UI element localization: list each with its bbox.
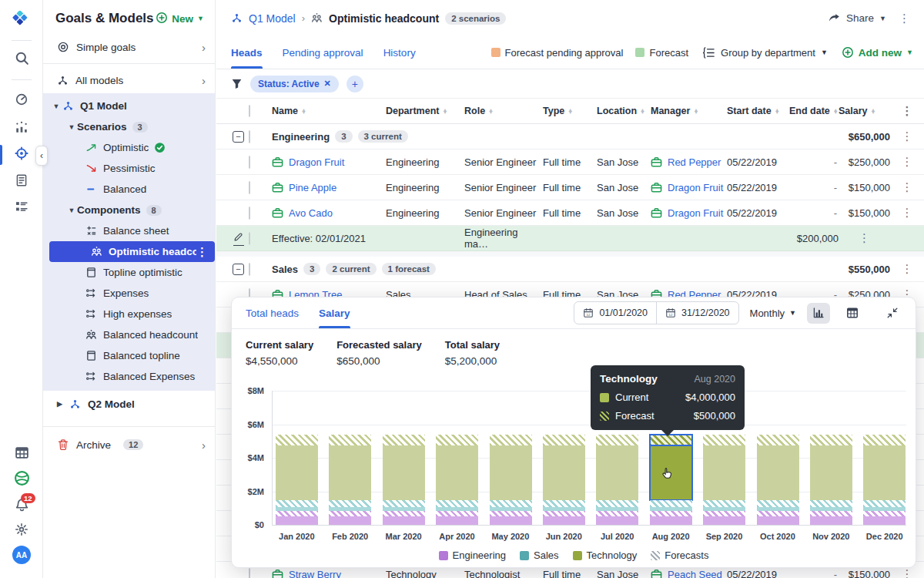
column-header-start-date[interactable]: Start date bbox=[727, 106, 772, 116]
bar-jan-2020[interactable] bbox=[276, 435, 318, 525]
tree-item-balanced[interactable]: Balanced bbox=[43, 179, 215, 200]
bar-feb-2020[interactable] bbox=[329, 435, 371, 525]
bar-segment-engineering[interactable] bbox=[383, 516, 425, 525]
select-all-checkbox[interactable] bbox=[249, 105, 250, 117]
collapse-panel-button[interactable] bbox=[881, 303, 904, 324]
manager-link[interactable]: Red Pepper bbox=[668, 156, 721, 168]
bar-segment-engineering-forecast[interactable] bbox=[383, 511, 425, 517]
row-menu-button[interactable]: ⋮ bbox=[902, 567, 913, 578]
bar-segment-technology-forecast[interactable] bbox=[596, 435, 638, 445]
date-to-field[interactable]: 12 31/12/2020 bbox=[656, 302, 738, 324]
row-menu-button[interactable]: ⋮ bbox=[902, 180, 913, 193]
row-menu-button[interactable]: ⋮ bbox=[859, 231, 870, 244]
tree-item-pessimistic[interactable]: Pessimistic bbox=[43, 158, 215, 179]
bar-segment-technology[interactable] bbox=[329, 445, 371, 501]
tree-item-balanced-topline[interactable]: Balanced topline bbox=[43, 345, 215, 366]
lists-icon[interactable] bbox=[0, 200, 43, 213]
sort-icon[interactable]: ▲▼ bbox=[833, 109, 839, 114]
sort-icon[interactable]: ▲▼ bbox=[301, 109, 306, 114]
bar-segment-engineering-forecast[interactable] bbox=[703, 511, 745, 517]
bar-segment-technology[interactable] bbox=[436, 445, 478, 501]
sort-icon[interactable]: ▲▼ bbox=[640, 109, 645, 114]
bar-segment-engineering-forecast[interactable] bbox=[650, 511, 692, 517]
column-header-end-date[interactable]: End date bbox=[789, 106, 830, 116]
panel-tab-salary[interactable]: Salary bbox=[319, 297, 350, 328]
sort-icon[interactable]: ▲▼ bbox=[488, 109, 494, 114]
tree-item-balanced-expenses[interactable]: Balanced Expenses bbox=[43, 366, 215, 387]
tree-caret-icon[interactable]: ▼ bbox=[66, 207, 77, 214]
group-checkbox[interactable] bbox=[249, 130, 250, 143]
bar-segment-engineering-forecast[interactable] bbox=[596, 511, 638, 517]
row-checkbox[interactable] bbox=[249, 156, 250, 169]
row-menu-button[interactable]: ⋮ bbox=[902, 155, 913, 168]
group-menu-button[interactable]: ⋮ bbox=[902, 129, 913, 143]
bar-segment-engineering-forecast[interactable] bbox=[757, 511, 799, 517]
column-header-manager[interactable]: Manager bbox=[651, 106, 690, 116]
bar-segment-technology[interactable] bbox=[543, 445, 585, 501]
bar-segment-sales-forecast[interactable] bbox=[329, 500, 371, 506]
date-from-field[interactable]: 12 01/01/2020 bbox=[574, 302, 656, 324]
bar-dec-2020[interactable] bbox=[863, 435, 906, 525]
tree-caret-icon[interactable]: ▼ bbox=[51, 102, 62, 110]
bar-segment-technology[interactable] bbox=[383, 445, 425, 501]
chart-view-button[interactable] bbox=[807, 303, 830, 324]
bar-oct-2020[interactable] bbox=[757, 435, 799, 525]
employee-link[interactable]: Straw Berry bbox=[289, 569, 341, 578]
bar-segment-engineering[interactable] bbox=[863, 516, 906, 525]
sort-icon[interactable]: ▲▼ bbox=[693, 109, 698, 114]
bar-sep-2020[interactable] bbox=[703, 435, 745, 525]
sidebar-item-all-models[interactable]: All models › bbox=[43, 67, 215, 93]
bar-segment-engineering-forecast[interactable] bbox=[863, 511, 906, 517]
add-new-button[interactable]: Add new ▼ bbox=[842, 46, 913, 59]
column-header-role[interactable]: Role bbox=[464, 106, 485, 116]
tree-item-topline-optimistic[interactable]: Topline optimistic bbox=[43, 262, 215, 283]
settings-gear-icon[interactable] bbox=[0, 523, 43, 536]
chart-legend-item[interactable]: Engineering bbox=[439, 549, 506, 561]
sidebar-item-archive[interactable]: Archive 12 › bbox=[43, 432, 215, 458]
bar-segment-engineering[interactable] bbox=[329, 516, 371, 525]
row-checkbox[interactable] bbox=[249, 232, 250, 245]
bar-segment-engineering-forecast[interactable] bbox=[436, 511, 478, 517]
sidebar-item-simple-goals[interactable]: Simple goals › bbox=[43, 34, 215, 60]
collapse-group-button[interactable]: − bbox=[233, 131, 244, 143]
bar-apr-2020[interactable] bbox=[436, 435, 478, 525]
bar-segment-sales-forecast[interactable] bbox=[757, 500, 799, 506]
bar-segment-technology[interactable] bbox=[810, 445, 852, 501]
sidebar-item-q2-model[interactable]: ▶ Q2 Model bbox=[43, 391, 215, 417]
bar-segment-technology-forecast[interactable] bbox=[276, 435, 318, 445]
dashboard-icon[interactable] bbox=[0, 92, 43, 106]
bar-segment-technology-forecast[interactable] bbox=[810, 435, 852, 445]
bar-segment-technology-forecast[interactable] bbox=[863, 435, 906, 445]
bar-segment-technology[interactable] bbox=[757, 445, 799, 501]
tables-icon[interactable] bbox=[0, 445, 43, 460]
panel-tab-total-heads[interactable]: Total heads bbox=[246, 297, 299, 328]
bar-segment-technology-forecast[interactable] bbox=[436, 435, 478, 445]
column-header-salary[interactable]: Salary bbox=[839, 106, 868, 116]
bar-segment-engineering-forecast[interactable] bbox=[543, 511, 585, 517]
sidebar-collapse-button[interactable]: ‹ bbox=[35, 146, 48, 166]
bar-segment-sales-forecast[interactable] bbox=[596, 500, 638, 506]
bar-segment-engineering-forecast[interactable] bbox=[810, 511, 852, 517]
bar-segment-sales-forecast[interactable] bbox=[490, 500, 532, 506]
row-checkbox[interactable] bbox=[249, 568, 250, 578]
bar-segment-technology-forecast[interactable] bbox=[383, 435, 425, 445]
breadcrumb-model-link[interactable]: Q1 Model bbox=[249, 12, 296, 25]
column-header-name[interactable]: Name bbox=[272, 106, 298, 116]
reports-icon[interactable] bbox=[0, 120, 43, 134]
search-icon[interactable] bbox=[0, 51, 43, 66]
bar-nov-2020[interactable] bbox=[810, 435, 852, 525]
column-header-location[interactable]: Location bbox=[597, 106, 637, 116]
bar-segment-engineering[interactable] bbox=[543, 516, 585, 525]
tab-heads[interactable]: Heads bbox=[231, 36, 263, 69]
bar-segment-engineering[interactable] bbox=[436, 516, 478, 525]
bar-segment-sales-forecast[interactable] bbox=[703, 500, 745, 506]
bar-segment-sales-forecast[interactable] bbox=[810, 500, 852, 506]
bar-segment-engineering-forecast[interactable] bbox=[329, 511, 371, 517]
bar-segment-technology[interactable] bbox=[596, 445, 638, 501]
bar-jul-2020[interactable] bbox=[596, 435, 638, 525]
tree-item-optimistic[interactable]: Optimistic bbox=[43, 137, 215, 158]
bar-segment-technology[interactable] bbox=[276, 445, 318, 501]
close-icon[interactable]: ✕ bbox=[324, 79, 331, 89]
bar-segment-technology-forecast[interactable] bbox=[650, 435, 692, 445]
bar-segment-engineering[interactable] bbox=[650, 516, 692, 525]
